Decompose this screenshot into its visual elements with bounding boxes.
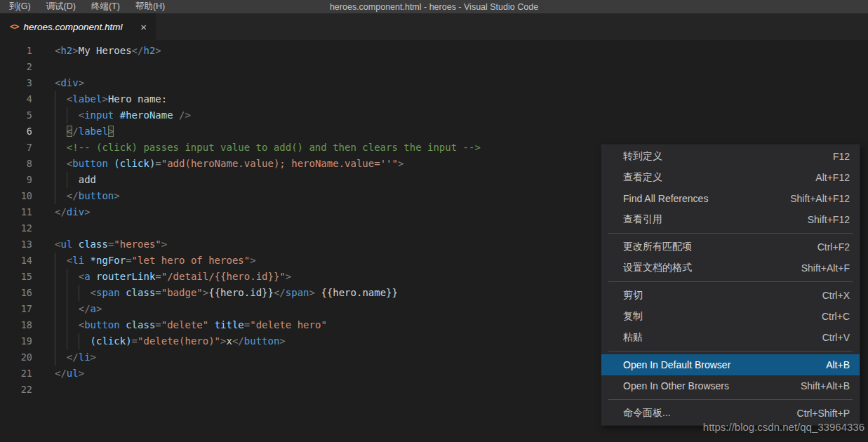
code-token: button (79, 190, 114, 201)
code-token: > (96, 303, 102, 314)
code-token: > (108, 126, 114, 137)
code-token (55, 158, 67, 169)
tab-label: heroes.component.html (23, 22, 138, 32)
code-line[interactable]: 2 (0, 59, 868, 75)
code-token: "delete(hero)" (138, 335, 220, 347)
indent-guide (55, 172, 55, 188)
code-token (120, 319, 126, 330)
indent-guide (67, 333, 67, 349)
code-token: </ (274, 287, 286, 298)
context-menu-item[interactable]: Open In Other BrowsersShift+Alt+B (601, 375, 860, 396)
indent-guide (67, 269, 67, 285)
indent-guide (55, 140, 55, 156)
line-code: <a routerLink="/detail/{{hero.id}}"> (55, 269, 291, 285)
code-token: /> (179, 109, 191, 121)
code-token (55, 142, 67, 153)
code-token: "delete hero" (250, 319, 327, 330)
code-line[interactable]: 1<h2>My Heroes</h2> (0, 43, 868, 59)
code-token: > (79, 368, 84, 379)
indent-guide (55, 285, 55, 301)
context-menu-item[interactable]: 粘贴Ctrl+V (601, 327, 860, 348)
line-code: <div> (55, 75, 84, 91)
line-number: 21 (0, 366, 32, 382)
menubar-item[interactable]: 调试(D) (39, 0, 84, 13)
vscode-window: heroes.component.html - heroes - Visual … (0, 0, 868, 442)
code-token: ul (60, 239, 72, 250)
title-bar: heroes.component.html - heroes - Visual … (0, 0, 868, 13)
code-token: (click) (91, 335, 132, 347)
code-token (208, 319, 214, 330)
line-code: </div> (55, 204, 91, 220)
code-token: > (155, 45, 161, 56)
code-token: "heroes" (114, 239, 161, 250)
code-token: routerLink (96, 271, 155, 282)
html-file-icon: <> (10, 22, 18, 32)
context-menu-item[interactable]: 查看引用Shift+F12 (601, 209, 860, 230)
context-menu-item[interactable]: 更改所有匹配项Ctrl+F2 (601, 236, 860, 257)
line-code: <li *ngFor="let hero of heroes"> (55, 253, 256, 269)
code-token: > (398, 158, 403, 169)
code-token: Hero name: (108, 93, 167, 105)
code-token: </ (55, 206, 67, 217)
code-token: *ngFor (91, 255, 126, 266)
menu-item-label: 粘贴 (623, 331, 643, 344)
line-number: 22 (0, 382, 32, 398)
menu-item-shortcut: Alt+F12 (815, 172, 850, 183)
menubar-item[interactable]: 帮助(H) (128, 0, 173, 13)
indent-guide (67, 107, 67, 123)
code-token: button (84, 319, 120, 330)
line-number: 6 (0, 123, 32, 140)
menu-item-shortcut: Ctrl+X (822, 290, 850, 301)
code-token: <!-- (click) passes input value to add()… (67, 142, 481, 153)
menu-item-shortcut: Alt+B (826, 359, 850, 370)
context-menu-item[interactable]: 复制Ctrl+C (601, 306, 860, 327)
code-token: = (132, 335, 138, 347)
code-token: > (84, 206, 90, 217)
code-line[interactable]: 5 <input #heroName /> (0, 107, 868, 123)
tab-close-icon[interactable]: × (138, 21, 149, 33)
line-number: 3 (0, 75, 32, 91)
code-token: ul (67, 368, 79, 379)
code-token: > (286, 271, 291, 282)
context-menu-item[interactable]: 剪切Ctrl+X (601, 285, 860, 306)
code-line[interactable]: 3<div> (0, 75, 868, 91)
code-token: li (79, 351, 91, 363)
menu-item-shortcut: Ctrl+F2 (817, 241, 850, 253)
code-token: </ (55, 368, 67, 379)
menu-separator (608, 399, 853, 400)
code-token (84, 255, 90, 266)
code-token (55, 190, 67, 201)
indent-guide (67, 317, 67, 333)
menu-item-label: 查看引用 (623, 213, 662, 226)
context-menu-item[interactable]: 设置文档的格式Shift+Alt+F (601, 257, 860, 279)
code-token: > (79, 77, 84, 88)
line-number: 10 (0, 188, 32, 204)
code-token: #heroName (120, 109, 173, 121)
code-token: > (250, 255, 255, 266)
menubar-item[interactable]: 终端(T) (84, 0, 128, 13)
code-token: "/detail/{{hero.id}}" (161, 271, 286, 282)
code-token: = (155, 287, 161, 298)
indent-guide (55, 253, 55, 269)
menu-item-shortcut: Shift+Alt+B (801, 380, 850, 391)
code-line[interactable]: 4 <label>Hero name: (0, 91, 868, 107)
menubar-item[interactable]: 到(G) (1, 0, 39, 13)
line-code: <label>Hero name: (55, 91, 167, 107)
menu-item-shortcut: Shift+Alt+F12 (790, 193, 850, 204)
code-token: = (155, 319, 161, 330)
indent-guide (55, 107, 55, 123)
line-number: 20 (0, 349, 32, 366)
code-token: class (126, 319, 155, 330)
context-menu-item[interactable]: 查看定义Alt+F12 (601, 167, 860, 188)
menu-item-label: Find All References (623, 193, 708, 204)
code-token: "delete" (161, 319, 208, 330)
code-token (91, 271, 96, 282)
code-token: "add(heroName.value); heroName.value=''" (161, 158, 398, 169)
code-line[interactable]: 6 </label> (0, 123, 868, 140)
context-menu-item[interactable]: 转到定义F12 (601, 146, 860, 167)
code-token: span (286, 287, 309, 298)
code-token: </ (232, 335, 244, 347)
tab-heroes-component-html[interactable]: <> heroes.component.html × (0, 13, 156, 40)
context-menu-item[interactable]: Open In Default BrowserAlt+B (601, 354, 860, 375)
context-menu-item[interactable]: Find All ReferencesShift+Alt+F12 (601, 188, 860, 209)
